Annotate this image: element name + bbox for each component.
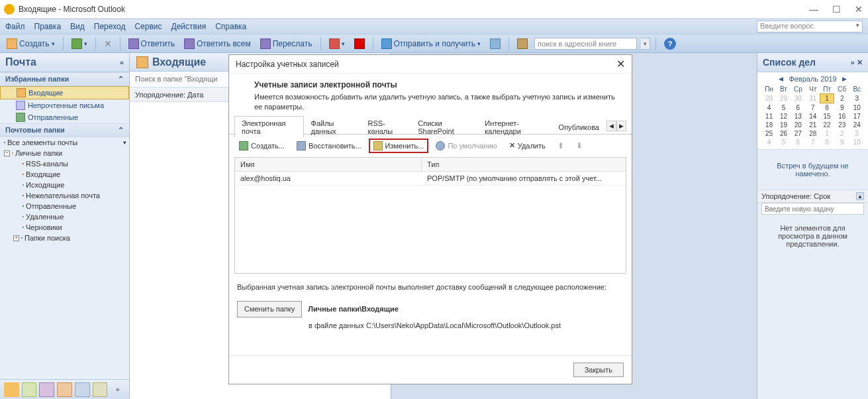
delivery-folder: Личные папки\Входящие [308, 305, 399, 313]
nav-header-mail[interactable]: Почта « [0, 53, 129, 72]
sent-icon [16, 113, 25, 122]
menu-view[interactable]: Вид [70, 22, 85, 31]
mailfolders-header[interactable]: Почтовые папки⌃ [0, 123, 129, 137]
next-month-button[interactable]: ▶ [842, 76, 847, 82]
move-down-button[interactable]: ⬇ [571, 139, 587, 153]
new-task-row[interactable] [757, 203, 868, 217]
close-window-button[interactable]: ✕ [853, 4, 864, 15]
menu-help[interactable]: Справка [215, 22, 246, 31]
sort-toggle-icon[interactable]: ▲ [856, 192, 864, 200]
rss-feeds[interactable]: RSS-каналы [0, 158, 129, 169]
print-button[interactable]: ▾ [69, 37, 90, 50]
menu-edit[interactable]: Правка [34, 22, 62, 31]
search-folder-button[interactable] [487, 37, 503, 50]
print-icon [72, 38, 82, 49]
tasks-peek-button[interactable] [57, 382, 72, 397]
remove-account-button[interactable]: ✕Удалить [505, 139, 550, 152]
todo-expand-icon[interactable]: » ✕ [851, 58, 863, 67]
menu-tools[interactable]: Сервис [134, 22, 162, 31]
inbox-folder[interactable]: Входящие [0, 169, 129, 180]
minimize-button[interactable]: — [808, 4, 819, 15]
tasks-empty: Нет элементов для просмотра в данном пре… [757, 217, 868, 255]
menu-actions[interactable]: Действия [171, 22, 207, 31]
dialog-close[interactable]: Закрыть [573, 363, 624, 377]
menu-go[interactable]: Переход [94, 22, 126, 31]
dialog-heading: Учетные записи электронной почты Имеется… [229, 74, 632, 119]
send-receive-button[interactable]: Отправить и получить▾ [379, 37, 484, 50]
drafts-folder[interactable]: Черновики [0, 222, 129, 233]
reply-button[interactable]: Ответить [126, 37, 177, 50]
reply-all-button[interactable]: Ответить всем [181, 37, 254, 50]
help-search-box[interactable]: Введите вопрос [757, 21, 863, 32]
col-name[interactable]: Имя [235, 158, 422, 171]
personal-folders[interactable]: − Личные папки [0, 148, 129, 158]
tab-email[interactable]: Электронная почта [234, 116, 304, 137]
mail-peek-button[interactable] [4, 382, 19, 397]
new-mail-icon [7, 38, 17, 49]
tab-scroll-left[interactable]: ◀ [606, 121, 616, 131]
tab-data-files[interactable]: Файлы данных [304, 116, 361, 137]
date-navigator: ◀ Февраль 2019 ▶ ПнВтСрЧтПтСбВс 28293031… [757, 72, 868, 150]
task-sort-bar[interactable]: Упорядочение: Срок▲ [757, 190, 868, 203]
maximize-button[interactable]: ☐ [831, 4, 842, 15]
calendar-grid[interactable]: ПнВтСрЧтПтСбВс 2829303112345678910111213… [761, 85, 864, 146]
change-account-button[interactable]: Изменить... [369, 139, 429, 153]
folders-peek-button[interactable] [93, 382, 108, 397]
col-type[interactable]: Тип [422, 158, 444, 171]
expand-tree-icon[interactable]: + [13, 235, 19, 241]
change-folder-button[interactable]: Сменить папку [237, 301, 302, 317]
new-button[interactable]: Создать▾ [4, 37, 58, 50]
account-row[interactable]: alex@hostiq.ua POP/SMTP (по умолчанию от… [235, 172, 626, 186]
accounts-grid: Имя Тип alex@hostiq.ua POP/SMTP (по умол… [234, 157, 626, 274]
set-default-button[interactable]: По умолчанию [431, 139, 501, 153]
fav-unread[interactable]: Непрочтенные письма [0, 99, 129, 111]
accounts-toolbar: Создать... Восстановить... Изменить... П… [229, 135, 632, 157]
delivery-file: в файле данных C:\Users\Neko\AppData\Loc… [237, 320, 624, 331]
tab-published[interactable]: Опубликова [552, 120, 606, 133]
search-folders[interactable]: +Папки поиска [0, 233, 129, 243]
dialog-close-button[interactable]: ✕ [616, 58, 625, 70]
tab-sharepoint[interactable]: Списки SharePoint [410, 116, 477, 137]
favorites-header[interactable]: Избранные папки⌃ [0, 72, 129, 86]
inbox-icon [136, 56, 148, 68]
window-controls: — ☐ ✕ [808, 4, 864, 15]
address-dropdown[interactable]: ▾ [641, 38, 650, 50]
contacts-peek-button[interactable] [39, 382, 54, 397]
prev-month-button[interactable]: ◀ [779, 76, 783, 82]
new-task-input[interactable] [761, 203, 864, 215]
all-mail-items[interactable]: Все элементы почты ▾ [0, 137, 129, 148]
forward-button[interactable]: Переслать [258, 37, 315, 50]
shortcuts-peek-button[interactable]: » [110, 382, 125, 397]
tab-scroll-right[interactable]: ▶ [616, 121, 626, 131]
sent-folder[interactable]: Отправленные [0, 201, 129, 211]
account-settings-dialog: Настройка учетных записей ✕ Учетные запи… [228, 54, 632, 384]
repair-account-button[interactable]: Восстановить... [292, 139, 366, 153]
navigation-pane: Почта « Избранные папки⌃ Входящие Непроч… [0, 53, 130, 399]
collapse-tree-icon[interactable]: − [4, 150, 10, 156]
flag-button[interactable] [352, 37, 367, 50]
delete-button[interactable]: ✕ [101, 37, 115, 50]
appointments-empty: Встреч в будущем не намечено. [757, 150, 868, 190]
collapse-icon[interactable]: « [120, 58, 124, 66]
tab-rss[interactable]: RSS-каналы [360, 116, 410, 137]
new-account-button[interactable]: Создать... [234, 139, 289, 153]
help-button[interactable]: ? [661, 36, 679, 51]
categorize-button[interactable]: ▾ [326, 37, 348, 50]
notes-peek-button[interactable] [75, 382, 90, 397]
junk-folder[interactable]: Нежелательная почта [0, 190, 129, 201]
todo-bar: Список дел » ✕ ◀ Февраль 2019 ▶ ПнВтСрЧт… [757, 53, 868, 399]
calendar-peek-button[interactable] [22, 382, 37, 397]
menu-file[interactable]: Файл [5, 22, 25, 31]
forward-icon [260, 38, 271, 49]
address-book-search[interactable]: поиск в адресной книге [534, 38, 637, 50]
fav-sent[interactable]: Отправленные [0, 111, 129, 123]
deleted-folder[interactable]: Удаленные [0, 211, 129, 222]
reply-all-icon [184, 38, 195, 49]
junk-icon [23, 195, 24, 196]
arrow-down-icon: ⬇ [576, 141, 583, 150]
fav-inbox[interactable]: Входящие [0, 86, 129, 99]
outbox-folder[interactable]: Исходящие [0, 180, 129, 190]
tab-internet-calendars[interactable]: Интернет-календари [477, 116, 551, 137]
move-up-button[interactable]: ⬆ [553, 139, 569, 153]
address-book-button[interactable] [514, 37, 530, 50]
